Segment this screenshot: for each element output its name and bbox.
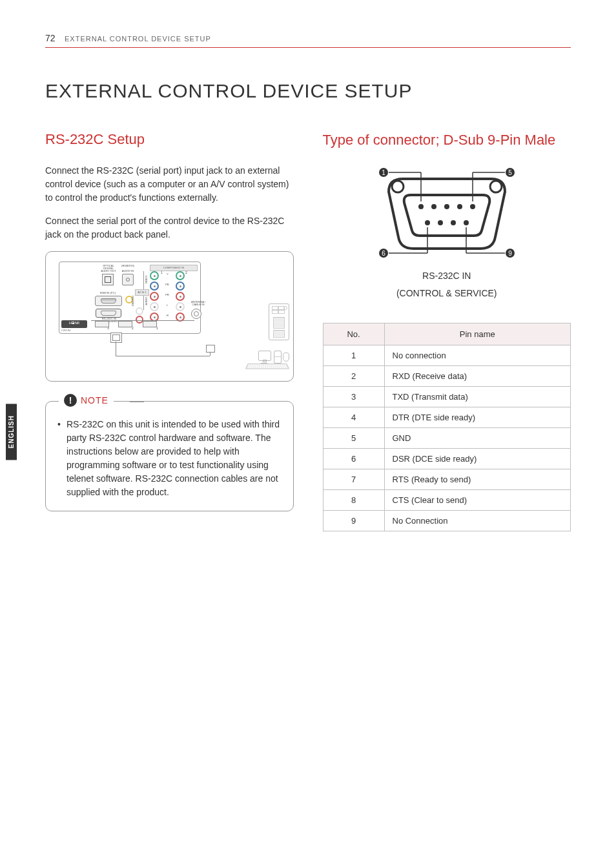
svg-point-0 bbox=[392, 181, 404, 192]
table-row: 4DTR (DTE side ready) bbox=[323, 407, 571, 427]
cell-no: 3 bbox=[323, 386, 384, 407]
svg-text:9: 9 bbox=[508, 250, 512, 257]
cell-pin-name: CTS (Clear to send) bbox=[384, 489, 571, 510]
hdmi-tag: HƏMI bbox=[61, 320, 87, 328]
pin-table: No. Pin name 1No connection2RXD (Receive… bbox=[323, 323, 571, 531]
cell-no: 1 bbox=[323, 345, 384, 365]
svg-point-4 bbox=[444, 204, 449, 209]
cell-no: 5 bbox=[323, 427, 384, 448]
component-y-1 bbox=[150, 271, 159, 280]
svg-point-7 bbox=[425, 220, 430, 225]
col-2: 2 bbox=[185, 271, 187, 274]
col-1: 1 bbox=[161, 271, 163, 274]
cell-pin-name: DSR (DCE side ready) bbox=[384, 448, 571, 469]
connector-caption-2: (CONTROL & SERVICE) bbox=[323, 287, 571, 300]
component-l-2 bbox=[176, 302, 185, 311]
svg-point-2 bbox=[418, 204, 424, 209]
page-title: EXTERNAL CONTROL DEVICE SETUP bbox=[45, 80, 571, 102]
pc-tower bbox=[269, 303, 289, 340]
av-l bbox=[136, 307, 143, 315]
table-row: 7RTS (Ready to send) bbox=[323, 469, 571, 489]
svg-point-8 bbox=[438, 220, 443, 225]
table-row: 1No connection bbox=[323, 345, 571, 365]
cell-pin-name: RXD (Receive data) bbox=[384, 365, 571, 386]
table-row: 5GND bbox=[323, 427, 571, 448]
svg-point-10 bbox=[464, 220, 469, 225]
cell-no: 8 bbox=[323, 489, 384, 510]
svg-text:1: 1 bbox=[382, 169, 385, 176]
label-rgb-audio: (RGB/DVI) bbox=[121, 265, 135, 267]
hdmi-slots bbox=[91, 320, 194, 330]
cell-pin-name: DTR (DTE side ready) bbox=[384, 407, 571, 427]
th-no: No. bbox=[323, 323, 384, 345]
label-video: VIDEO bbox=[145, 270, 148, 289]
note-body: RS-232C on this unit is intended to be u… bbox=[57, 418, 282, 499]
table-row: 3TXD (Transmit data) bbox=[323, 386, 571, 407]
svg-point-1 bbox=[490, 181, 502, 192]
component-y-2 bbox=[176, 271, 185, 280]
optical-port bbox=[102, 274, 114, 285]
cell-no: 7 bbox=[323, 469, 384, 489]
page-number: 72 bbox=[45, 33, 56, 43]
rs232-port bbox=[96, 309, 121, 318]
label-l: L bbox=[167, 304, 168, 307]
breadcrumb: EXTERNAL CONTROL DEVICE SETUP bbox=[65, 35, 211, 43]
label-pr: PR bbox=[165, 294, 169, 296]
svg-point-5 bbox=[457, 204, 462, 209]
component-pb-1 bbox=[150, 282, 159, 291]
label-r: R bbox=[167, 314, 169, 317]
pc-monitor-keyboard bbox=[235, 349, 293, 369]
setup-paragraph-1: Connect the RS-232C (serial port) input … bbox=[45, 164, 294, 205]
label-antenna: ANTENNA / CABLE IN bbox=[189, 301, 208, 306]
table-row: 8CTS (Clear to send) bbox=[323, 489, 571, 510]
label-av-mono: L/MONO bbox=[132, 294, 134, 307]
dsub9-svg: 1 5 6 9 bbox=[363, 166, 531, 263]
cell-no: 2 bbox=[323, 365, 384, 386]
serial-plug bbox=[110, 333, 122, 343]
cell-pin-name: RTS (Ready to send) bbox=[384, 469, 571, 489]
note-icon: ! bbox=[64, 394, 77, 407]
rgb-port bbox=[95, 296, 122, 306]
right-column: Type of connector; D-Sub 9-Pin Male bbox=[323, 131, 571, 531]
table-row: 6DSR (DCE side ready) bbox=[323, 448, 571, 469]
cable-vert-1 bbox=[116, 342, 116, 356]
cell-pin-name: No Connection bbox=[384, 510, 571, 531]
cable-horiz bbox=[116, 356, 210, 356]
setup-paragraph-2: Connect the serial port of the control d… bbox=[45, 214, 294, 241]
cell-pin-name: TXD (Transmit data) bbox=[384, 386, 571, 407]
label-av-in: AV IN 1 bbox=[135, 289, 149, 296]
cell-no: 6 bbox=[323, 448, 384, 469]
note-box: ! NOTE RS-232C on this unit is intended … bbox=[45, 401, 294, 511]
svg-point-3 bbox=[431, 204, 436, 209]
label-audio-in: AUDIO IN bbox=[121, 270, 135, 272]
component-l-1 bbox=[150, 302, 159, 311]
rear-panel-diagram: OPTICAL DIGITAL AUDIO OUT (RGB/DVI) AUDI… bbox=[45, 251, 294, 382]
serial-plug-pc bbox=[206, 345, 215, 353]
label-rgb-in: RGB IN (PC) bbox=[98, 292, 118, 294]
svg-text:6: 6 bbox=[382, 250, 385, 257]
connector-caption-1: RS-232C IN bbox=[323, 269, 571, 283]
th-pin: Pin name bbox=[384, 323, 571, 345]
label-y: Y bbox=[167, 273, 169, 276]
section-title-connector: Type of connector; D-Sub 9-Pin Male bbox=[323, 131, 571, 150]
language-tab: ENGLISH bbox=[6, 404, 17, 460]
connector-diagram: 1 5 6 9 RS-232C IN (CONTROL & SERVICE) bbox=[323, 166, 571, 300]
svg-text:5: 5 bbox=[508, 169, 512, 176]
table-row: 9No Connection bbox=[323, 510, 571, 531]
table-row: 2RXD (Receive data) bbox=[323, 365, 571, 386]
cell-pin-name: GND bbox=[384, 427, 571, 448]
antenna-port bbox=[191, 309, 201, 319]
section-title-setup: RS-232C Setup bbox=[45, 131, 294, 148]
cell-no: 4 bbox=[323, 407, 384, 427]
component-pb-2 bbox=[176, 282, 185, 291]
svg-point-6 bbox=[470, 204, 475, 209]
hdmi-sub: / DVI IN bbox=[61, 329, 70, 332]
page-header: 72 EXTERNAL CONTROL DEVICE SETUP bbox=[45, 32, 571, 48]
note-line-ext bbox=[130, 402, 144, 402]
note-label-text: NOTE bbox=[81, 395, 108, 405]
component-pr-1 bbox=[150, 292, 159, 301]
component-pr-2 bbox=[176, 292, 185, 301]
note-label: ! NOTE bbox=[59, 394, 114, 407]
left-column: RS-232C Setup Connect the RS-232C (seria… bbox=[45, 131, 294, 531]
audio-in-port bbox=[122, 274, 134, 285]
